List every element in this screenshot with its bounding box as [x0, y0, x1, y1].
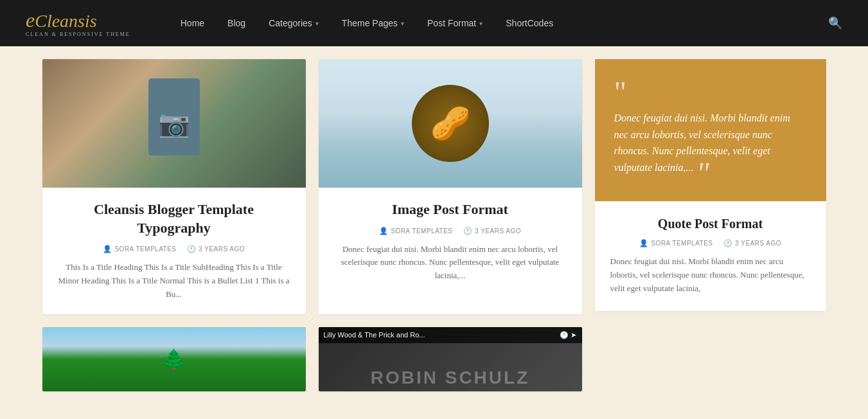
nav-theme-pages[interactable]: Theme Pages ▾: [330, 0, 416, 46]
card-meta-1: 👤 SORA TEMPLATES 🕐 3 YEARS AGO: [58, 245, 290, 253]
card-author-2: 👤 SORA TEMPLATES: [379, 227, 453, 235]
card-time-1: 🕐 3 YEARS AGO: [187, 245, 245, 253]
person-icon: 👤: [379, 227, 389, 235]
card-excerpt-1: This Is a Title Heading This Is a Title …: [58, 261, 290, 301]
quote-open-icon: ": [614, 85, 807, 100]
video-thumbnail: Lilly Wood & The Prick and Ro... 🕐 ➤ ROB…: [319, 327, 582, 391]
person-icon: 👤: [639, 239, 649, 247]
clock-icon: 🕐: [463, 227, 473, 235]
quote-block: " Donec feugiat dui nisi. Morbi blandit …: [595, 59, 826, 201]
chevron-down-icon: ▾: [315, 20, 319, 27]
video-title-bar: Lilly Wood & The Prick and Ro... 🕐 ➤: [319, 327, 582, 343]
chevron-down-icon: ▾: [401, 20, 404, 27]
nav-home[interactable]: Home: [169, 0, 216, 46]
search-icon[interactable]: 🔍: [828, 16, 842, 30]
logo[interactable]: eCleansis CLEAN & RESPONSIVE THEME: [26, 10, 130, 37]
card-time-2: 🕐 3 YEARS AGO: [463, 227, 522, 235]
quote-text: Donec feugiat dui nisi. Morbi blandit en…: [614, 110, 807, 175]
quote-post-card: Quote Post Format 👤 SORA TEMPLATES 🕐 3 Y…: [595, 201, 826, 310]
clock-icon: 🕐: [187, 245, 197, 253]
card-body-1: Cleansis Blogger Template Typography 👤 S…: [42, 188, 306, 314]
forest-image: 🌲: [42, 327, 306, 391]
card-body-2: Image Post Format 👤 SORA TEMPLATES 🕐 3 Y…: [319, 188, 582, 296]
main-content: Cleansis Blogger Template Typography 👤 S…: [23, 46, 846, 404]
video-card: Lilly Wood & The Prick and Ro... 🕐 ➤ ROB…: [319, 327, 582, 391]
logo-text: eCleansis: [26, 10, 130, 30]
quote-post-excerpt: Donec feugiat dui nisi. Morbi blandit en…: [610, 255, 811, 295]
card-title-2: Image Post Format: [334, 201, 567, 219]
clock-icon: 🕐: [723, 239, 733, 247]
quote-post-author: 👤 SORA TEMPLATES: [639, 239, 713, 247]
bottom-row: 🌲 Lilly Wood & The Prick and Ro... 🕐 ➤ R…: [42, 327, 582, 391]
forest-card: 🌲: [42, 327, 306, 391]
person-icon: 👤: [103, 245, 112, 253]
card-excerpt-2: Donec feugiat dui nisi. Morbi blandit en…: [334, 243, 567, 283]
card-meta-2: 👤 SORA TEMPLATES 🕐 3 YEARS AGO: [334, 227, 567, 235]
quote-post-time: 🕐 3 YEARS AGO: [723, 239, 782, 247]
card-title-1: Cleansis Blogger Template Typography: [58, 201, 290, 237]
nav-blog[interactable]: Blog: [216, 0, 257, 46]
nav-categories[interactable]: Categories ▾: [257, 0, 330, 46]
post-card-1: Cleansis Blogger Template Typography 👤 S…: [42, 59, 306, 314]
post-image-1: [42, 59, 306, 188]
logo-tagline: CLEAN & RESPONSIVE THEME: [26, 31, 130, 37]
card-author-1: 👤 SORA TEMPLATES: [103, 245, 177, 253]
chevron-down-icon: ▾: [479, 20, 483, 27]
quote-post-title: Quote Post Format: [610, 217, 811, 231]
post-card-2: Image Post Format 👤 SORA TEMPLATES 🕐 3 Y…: [319, 59, 582, 314]
sidebar: " Donec feugiat dui nisi. Morbi blandit …: [595, 59, 826, 314]
quote-post-meta: 👤 SORA TEMPLATES 🕐 3 YEARS AGO: [610, 239, 811, 247]
post-image-2: [319, 59, 582, 188]
video-title-text: Lilly Wood & The Prick and Ro...: [324, 331, 425, 339]
video-icons: 🕐 ➤: [560, 331, 576, 339]
video-bg-text: ROBIN SCHULZ: [319, 368, 582, 391]
nav-post-format[interactable]: Post Format ▾: [416, 0, 494, 46]
quote-close-icon: ": [696, 156, 709, 190]
nav-links: Home Blog Categories ▾ Theme Pages ▾ Pos…: [169, 0, 828, 46]
nav-shortcodes[interactable]: ShortCodes: [494, 0, 565, 46]
navigation: eCleansis CLEAN & RESPONSIVE THEME Home …: [0, 0, 868, 46]
